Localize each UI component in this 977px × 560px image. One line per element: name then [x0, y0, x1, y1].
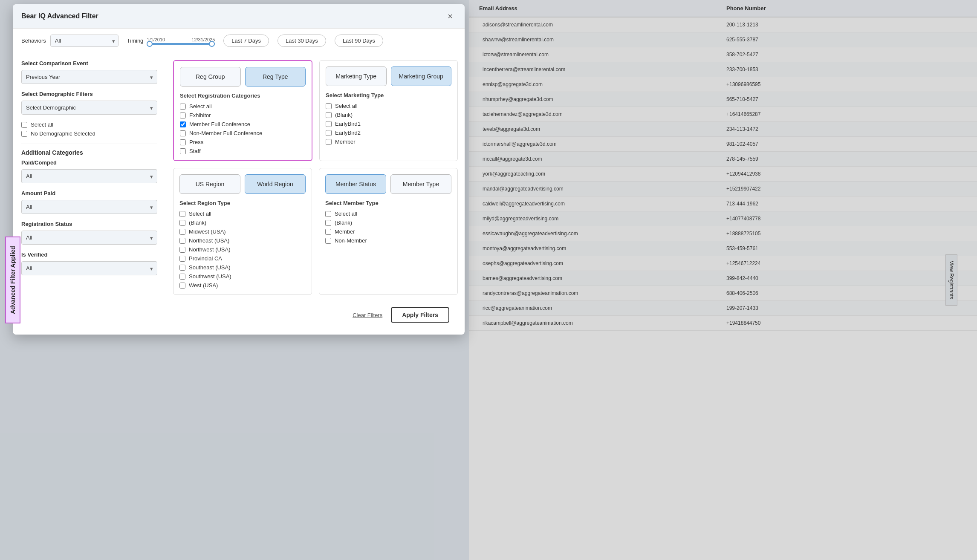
region-type-checkbox[interactable] — [179, 220, 185, 226]
marketing-group-tab[interactable]: Marketing Group — [391, 66, 452, 86]
demo-check-no-demographic[interactable]: No Demographic Selected — [21, 130, 157, 137]
marketing-types-list: Select all(Blank)EarlyBird1EarlyBird2Mem… — [326, 103, 451, 145]
member-type-checkbox[interactable] — [325, 211, 331, 217]
paid-comped-wrapper: All — [21, 169, 157, 183]
region-type-checkbox[interactable] — [179, 211, 185, 217]
close-button[interactable]: × — [444, 10, 456, 22]
registration-status-select[interactable]: All — [21, 231, 157, 245]
region-type-checkbox[interactable] — [179, 238, 185, 244]
region-type-item[interactable]: Southeast (USA) — [179, 264, 306, 271]
behaviors-select[interactable]: All — [50, 35, 119, 47]
marketing-type-item[interactable]: EarlyBird1 — [326, 121, 451, 127]
demographic-dropdown-wrapper: Select Demographic — [21, 101, 157, 115]
marketing-type-label: Select all — [335, 103, 358, 109]
member-type-checkbox[interactable] — [325, 220, 331, 226]
member-type-label: Non-Member — [335, 237, 367, 244]
region-type-item[interactable]: Select all — [179, 211, 306, 217]
comparison-event-select[interactable]: Previous Year — [21, 70, 157, 84]
modal-footer: Clear Filters Apply Filters — [173, 302, 458, 328]
member-tab-group: Member Status Member Type Select Member … — [319, 168, 458, 295]
slider-thumb-left[interactable] — [147, 41, 153, 47]
member-type-label: Member — [335, 228, 355, 235]
member-type-item[interactable]: (Blank) — [325, 219, 451, 226]
demo-check-select-all[interactable]: Select all — [21, 121, 157, 128]
amount-paid-select[interactable]: All — [21, 200, 157, 214]
apply-filters-button[interactable]: Apply Filters — [391, 307, 449, 323]
region-type-label: Southwest (USA) — [189, 273, 231, 280]
slider-thumb-right[interactable] — [209, 41, 215, 47]
demographic-filters-title: Select Demographic Filters — [21, 91, 157, 97]
region-type-item[interactable]: Northeast (USA) — [179, 237, 306, 244]
reg-cat-item[interactable]: Exhibitor — [180, 112, 306, 118]
member-type-tab[interactable]: Member Type — [390, 174, 451, 194]
paid-comped-select[interactable]: All — [21, 169, 157, 183]
demographic-select[interactable]: Select Demographic — [21, 101, 157, 115]
modal-dialog: Bear IQ Advanced Filter × Behaviors All … — [13, 4, 465, 335]
reg-cat-checkbox[interactable] — [180, 130, 186, 136]
member-type-label: Select all — [335, 211, 357, 217]
reg-cat-item[interactable]: Select all — [180, 103, 306, 110]
member-status-tab[interactable]: Member Status — [325, 174, 386, 194]
reg-cat-label: Member Full Conference — [189, 121, 250, 127]
marketing-type-item[interactable]: EarlyBird2 — [326, 130, 451, 136]
region-type-label: Northwest (USA) — [189, 246, 231, 253]
region-type-item[interactable]: (Blank) — [179, 219, 306, 226]
last90-button[interactable]: Last 90 Days — [335, 35, 383, 47]
marketing-type-tab[interactable]: Marketing Type — [326, 66, 387, 86]
marketing-type-checkbox[interactable] — [326, 112, 332, 118]
demo-check-no-demographic-input[interactable] — [21, 131, 27, 137]
timing-group: Timing 1/1/2010 12/31/2025 — [127, 37, 215, 45]
reg-group-tab[interactable]: Reg Group — [180, 67, 241, 87]
world-region-tab[interactable]: World Region — [245, 174, 306, 194]
reg-cat-checkbox[interactable] — [180, 113, 186, 118]
us-region-tab[interactable]: US Region — [179, 174, 240, 194]
region-type-checkbox[interactable] — [179, 283, 185, 289]
member-type-item[interactable]: Member — [325, 228, 451, 235]
reg-cat-checkbox[interactable] — [180, 139, 186, 145]
reg-cat-checkbox[interactable] — [180, 148, 186, 154]
slider-track[interactable] — [147, 43, 215, 45]
member-type-item[interactable]: Select all — [325, 211, 451, 217]
paid-comped-label: Paid/Comped — [21, 159, 157, 166]
is-verified-select[interactable]: All — [21, 261, 157, 275]
region-type-label: Northeast (USA) — [189, 237, 229, 244]
marketing-type-item[interactable]: (Blank) — [326, 112, 451, 118]
comparison-event-title: Select Comparison Event — [21, 60, 157, 66]
reg-type-tab[interactable]: Reg Type — [245, 67, 306, 87]
reg-cat-checkbox[interactable] — [180, 121, 186, 127]
region-type-item[interactable]: Northwest (USA) — [179, 246, 306, 253]
region-type-item[interactable]: Southwest (USA) — [179, 273, 306, 280]
marketing-type-checkbox[interactable] — [326, 103, 332, 109]
region-type-checkbox[interactable] — [179, 265, 185, 271]
marketing-type-checkbox[interactable] — [326, 139, 332, 145]
timing-slider[interactable]: 1/1/2010 12/31/2025 — [147, 37, 215, 45]
region-type-item[interactable]: West (USA) — [179, 282, 306, 289]
region-type-label: (Blank) — [189, 219, 206, 226]
member-type-checkbox[interactable] — [325, 238, 331, 244]
marketing-type-checkbox[interactable] — [326, 130, 332, 136]
region-type-checkbox[interactable] — [179, 247, 185, 253]
marketing-type-checkbox[interactable] — [326, 121, 332, 127]
clear-filters-button[interactable]: Clear Filters — [353, 312, 382, 318]
marketing-type-item[interactable]: Select all — [326, 103, 451, 109]
member-type-item[interactable]: Non-Member — [325, 237, 451, 244]
reg-cat-item[interactable]: Non-Member Full Conference — [180, 130, 306, 136]
marketing-type-item[interactable]: Member — [326, 139, 451, 145]
reg-cat-item[interactable]: Press — [180, 139, 306, 145]
region-type-item[interactable]: Midwest (USA) — [179, 228, 306, 235]
region-type-checkbox[interactable] — [179, 256, 185, 262]
comparison-event-dropdown-wrapper: Previous Year — [21, 70, 157, 84]
demo-check-select-all-input[interactable] — [21, 122, 27, 128]
last30-button[interactable]: Last 30 Days — [277, 35, 326, 47]
reg-cat-checkbox[interactable] — [180, 104, 186, 110]
last7-button[interactable]: Last 7 Days — [223, 35, 269, 47]
region-type-checkbox[interactable] — [179, 274, 185, 280]
region-type-item[interactable]: Provincial CA — [179, 255, 306, 262]
reg-cat-item[interactable]: Member Full Conference — [180, 121, 306, 127]
modal-controls: Behaviors All Timing 1/1/2010 12/31/2025 — [13, 29, 465, 53]
member-type-checkbox[interactable] — [325, 229, 331, 235]
reg-cat-label: Select all — [189, 103, 212, 110]
reg-cat-item[interactable]: Staff — [180, 148, 306, 154]
region-type-checkbox[interactable] — [179, 229, 185, 235]
region-type-label: Southeast (USA) — [189, 264, 231, 271]
